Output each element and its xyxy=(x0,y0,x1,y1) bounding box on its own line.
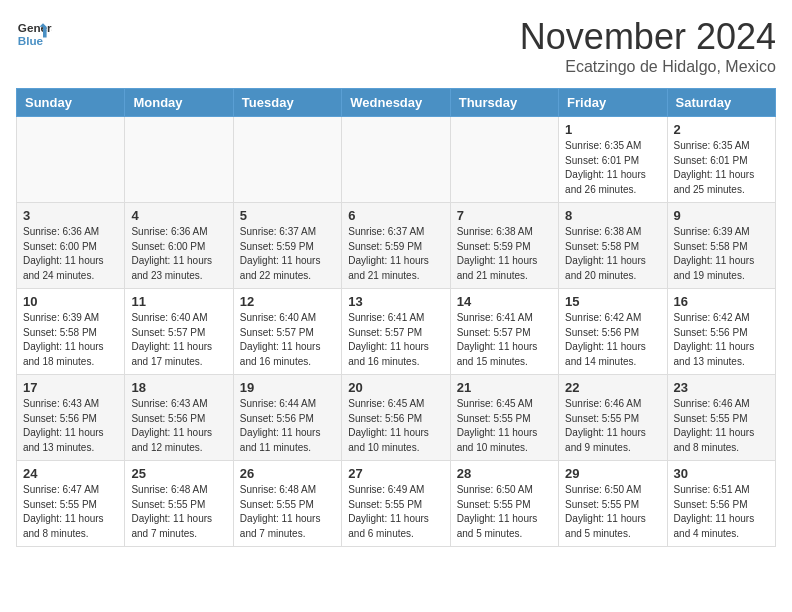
day-cell: 29Sunrise: 6:50 AMSunset: 5:55 PMDayligh… xyxy=(559,461,667,547)
day-info: Sunrise: 6:50 AMSunset: 5:55 PMDaylight:… xyxy=(457,483,552,541)
day-number: 10 xyxy=(23,294,118,309)
day-info: Sunrise: 6:41 AMSunset: 5:57 PMDaylight:… xyxy=(457,311,552,369)
day-cell: 20Sunrise: 6:45 AMSunset: 5:56 PMDayligh… xyxy=(342,375,450,461)
day-cell: 12Sunrise: 6:40 AMSunset: 5:57 PMDayligh… xyxy=(233,289,341,375)
day-number: 30 xyxy=(674,466,769,481)
week-row-4: 17Sunrise: 6:43 AMSunset: 5:56 PMDayligh… xyxy=(17,375,776,461)
day-number: 5 xyxy=(240,208,335,223)
day-number: 2 xyxy=(674,122,769,137)
day-number: 1 xyxy=(565,122,660,137)
weekday-header-row: SundayMondayTuesdayWednesdayThursdayFrid… xyxy=(17,89,776,117)
day-info: Sunrise: 6:37 AMSunset: 5:59 PMDaylight:… xyxy=(348,225,443,283)
svg-text:General: General xyxy=(18,21,52,34)
day-cell: 25Sunrise: 6:48 AMSunset: 5:55 PMDayligh… xyxy=(125,461,233,547)
day-info: Sunrise: 6:36 AMSunset: 6:00 PMDaylight:… xyxy=(23,225,118,283)
title-section: November 2024 Ecatzingo de Hidalgo, Mexi… xyxy=(520,16,776,76)
day-number: 11 xyxy=(131,294,226,309)
day-cell xyxy=(17,117,125,203)
day-number: 25 xyxy=(131,466,226,481)
day-number: 14 xyxy=(457,294,552,309)
day-cell: 8Sunrise: 6:38 AMSunset: 5:58 PMDaylight… xyxy=(559,203,667,289)
svg-text:Blue: Blue xyxy=(18,34,44,47)
day-info: Sunrise: 6:51 AMSunset: 5:56 PMDaylight:… xyxy=(674,483,769,541)
day-info: Sunrise: 6:41 AMSunset: 5:57 PMDaylight:… xyxy=(348,311,443,369)
day-number: 7 xyxy=(457,208,552,223)
day-info: Sunrise: 6:38 AMSunset: 5:58 PMDaylight:… xyxy=(565,225,660,283)
day-cell: 18Sunrise: 6:43 AMSunset: 5:56 PMDayligh… xyxy=(125,375,233,461)
day-number: 3 xyxy=(23,208,118,223)
day-info: Sunrise: 6:38 AMSunset: 5:59 PMDaylight:… xyxy=(457,225,552,283)
day-info: Sunrise: 6:42 AMSunset: 5:56 PMDaylight:… xyxy=(565,311,660,369)
day-cell: 2Sunrise: 6:35 AMSunset: 6:01 PMDaylight… xyxy=(667,117,775,203)
day-cell: 21Sunrise: 6:45 AMSunset: 5:55 PMDayligh… xyxy=(450,375,558,461)
day-cell: 24Sunrise: 6:47 AMSunset: 5:55 PMDayligh… xyxy=(17,461,125,547)
day-cell: 5Sunrise: 6:37 AMSunset: 5:59 PMDaylight… xyxy=(233,203,341,289)
day-cell: 30Sunrise: 6:51 AMSunset: 5:56 PMDayligh… xyxy=(667,461,775,547)
calendar: SundayMondayTuesdayWednesdayThursdayFrid… xyxy=(16,88,776,547)
day-info: Sunrise: 6:39 AMSunset: 5:58 PMDaylight:… xyxy=(674,225,769,283)
weekday-header-tuesday: Tuesday xyxy=(233,89,341,117)
day-info: Sunrise: 6:46 AMSunset: 5:55 PMDaylight:… xyxy=(674,397,769,455)
day-number: 24 xyxy=(23,466,118,481)
day-number: 16 xyxy=(674,294,769,309)
day-number: 19 xyxy=(240,380,335,395)
day-info: Sunrise: 6:40 AMSunset: 5:57 PMDaylight:… xyxy=(240,311,335,369)
day-cell xyxy=(342,117,450,203)
day-info: Sunrise: 6:47 AMSunset: 5:55 PMDaylight:… xyxy=(23,483,118,541)
day-number: 4 xyxy=(131,208,226,223)
day-number: 29 xyxy=(565,466,660,481)
week-row-1: 1Sunrise: 6:35 AMSunset: 6:01 PMDaylight… xyxy=(17,117,776,203)
day-number: 18 xyxy=(131,380,226,395)
day-info: Sunrise: 6:48 AMSunset: 5:55 PMDaylight:… xyxy=(240,483,335,541)
day-cell: 1Sunrise: 6:35 AMSunset: 6:01 PMDaylight… xyxy=(559,117,667,203)
month-title: November 2024 xyxy=(520,16,776,58)
day-number: 17 xyxy=(23,380,118,395)
day-number: 28 xyxy=(457,466,552,481)
day-info: Sunrise: 6:46 AMSunset: 5:55 PMDaylight:… xyxy=(565,397,660,455)
day-cell: 6Sunrise: 6:37 AMSunset: 5:59 PMDaylight… xyxy=(342,203,450,289)
day-number: 26 xyxy=(240,466,335,481)
day-number: 6 xyxy=(348,208,443,223)
day-info: Sunrise: 6:35 AMSunset: 6:01 PMDaylight:… xyxy=(565,139,660,197)
weekday-header-thursday: Thursday xyxy=(450,89,558,117)
day-info: Sunrise: 6:44 AMSunset: 5:56 PMDaylight:… xyxy=(240,397,335,455)
weekday-header-sunday: Sunday xyxy=(17,89,125,117)
day-cell: 14Sunrise: 6:41 AMSunset: 5:57 PMDayligh… xyxy=(450,289,558,375)
day-number: 20 xyxy=(348,380,443,395)
day-number: 23 xyxy=(674,380,769,395)
day-cell xyxy=(125,117,233,203)
day-cell: 27Sunrise: 6:49 AMSunset: 5:55 PMDayligh… xyxy=(342,461,450,547)
day-info: Sunrise: 6:43 AMSunset: 5:56 PMDaylight:… xyxy=(23,397,118,455)
day-cell: 16Sunrise: 6:42 AMSunset: 5:56 PMDayligh… xyxy=(667,289,775,375)
day-cell: 11Sunrise: 6:40 AMSunset: 5:57 PMDayligh… xyxy=(125,289,233,375)
day-number: 9 xyxy=(674,208,769,223)
day-cell: 3Sunrise: 6:36 AMSunset: 6:00 PMDaylight… xyxy=(17,203,125,289)
day-cell: 9Sunrise: 6:39 AMSunset: 5:58 PMDaylight… xyxy=(667,203,775,289)
weekday-header-friday: Friday xyxy=(559,89,667,117)
day-info: Sunrise: 6:42 AMSunset: 5:56 PMDaylight:… xyxy=(674,311,769,369)
day-info: Sunrise: 6:49 AMSunset: 5:55 PMDaylight:… xyxy=(348,483,443,541)
day-info: Sunrise: 6:35 AMSunset: 6:01 PMDaylight:… xyxy=(674,139,769,197)
day-info: Sunrise: 6:45 AMSunset: 5:56 PMDaylight:… xyxy=(348,397,443,455)
day-number: 27 xyxy=(348,466,443,481)
day-number: 15 xyxy=(565,294,660,309)
day-info: Sunrise: 6:48 AMSunset: 5:55 PMDaylight:… xyxy=(131,483,226,541)
day-cell: 4Sunrise: 6:36 AMSunset: 6:00 PMDaylight… xyxy=(125,203,233,289)
day-info: Sunrise: 6:50 AMSunset: 5:55 PMDaylight:… xyxy=(565,483,660,541)
day-cell: 28Sunrise: 6:50 AMSunset: 5:55 PMDayligh… xyxy=(450,461,558,547)
day-cell xyxy=(450,117,558,203)
logo-icon: General Blue xyxy=(16,16,52,52)
weekday-header-saturday: Saturday xyxy=(667,89,775,117)
day-number: 12 xyxy=(240,294,335,309)
weekday-header-monday: Monday xyxy=(125,89,233,117)
day-info: Sunrise: 6:37 AMSunset: 5:59 PMDaylight:… xyxy=(240,225,335,283)
page-header: General Blue November 2024 Ecatzingo de … xyxy=(16,16,776,76)
day-cell: 19Sunrise: 6:44 AMSunset: 5:56 PMDayligh… xyxy=(233,375,341,461)
day-info: Sunrise: 6:36 AMSunset: 6:00 PMDaylight:… xyxy=(131,225,226,283)
location: Ecatzingo de Hidalgo, Mexico xyxy=(520,58,776,76)
day-info: Sunrise: 6:43 AMSunset: 5:56 PMDaylight:… xyxy=(131,397,226,455)
day-info: Sunrise: 6:40 AMSunset: 5:57 PMDaylight:… xyxy=(131,311,226,369)
day-cell: 7Sunrise: 6:38 AMSunset: 5:59 PMDaylight… xyxy=(450,203,558,289)
weekday-header-wednesday: Wednesday xyxy=(342,89,450,117)
day-info: Sunrise: 6:45 AMSunset: 5:55 PMDaylight:… xyxy=(457,397,552,455)
